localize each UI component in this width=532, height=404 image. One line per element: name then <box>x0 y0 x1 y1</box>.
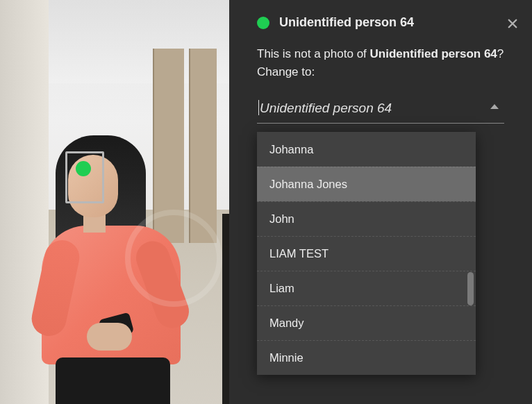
person-select[interactable]: Unidentified person 64 <box>257 93 504 124</box>
photo-scene <box>0 0 229 404</box>
prompt-subject: Unidentified person 64 <box>370 47 497 60</box>
scrollbar-thumb[interactable] <box>467 272 474 305</box>
close-icon <box>506 17 519 30</box>
person-option[interactable]: Minnie <box>257 340 476 375</box>
watermark-icon <box>125 210 222 307</box>
prompt-pre: This is not a photo of <box>257 47 370 60</box>
person-dropdown[interactable]: JohannaJohanna JonesJohnLIAM TESTLiamMan… <box>257 132 476 375</box>
person-option[interactable]: Mandy <box>257 305 476 340</box>
scrollbar-track[interactable] <box>468 136 474 371</box>
person-option[interactable]: LIAM TEST <box>257 236 476 271</box>
chevron-up-icon <box>490 104 499 109</box>
close-button[interactable] <box>503 14 522 33</box>
prompt-text: This is not a photo of Unidentified pers… <box>229 37 532 81</box>
person-option[interactable]: Johanna <box>257 132 476 167</box>
panel-header: Unidentified person 64 <box>229 0 532 37</box>
person-option[interactable]: John <box>257 201 476 236</box>
status-dot-icon <box>257 17 269 29</box>
person-select-input[interactable]: Unidentified person 64 <box>257 93 504 124</box>
photo-preview <box>0 0 229 404</box>
panel-title: Unidentified person 64 <box>279 15 414 30</box>
person-dropdown-list: JohannaJohanna JonesJohnLIAM TESTLiamMan… <box>257 132 476 375</box>
face-status-dot-icon <box>76 161 91 176</box>
person-option[interactable]: Johanna Jones <box>257 167 476 201</box>
person-option[interactable]: Liam <box>257 271 476 305</box>
